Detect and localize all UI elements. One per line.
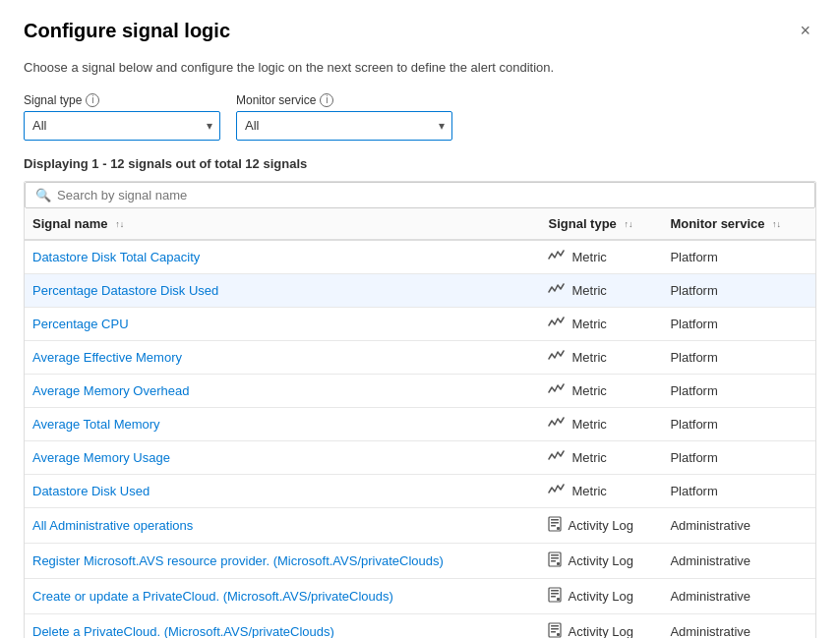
signal-name-cell: Percentage CPU — [25, 307, 540, 340]
monitor-service-cell: Administrative — [662, 578, 815, 613]
signal-name-link[interactable]: Average Total Memory — [32, 417, 160, 432]
monitor-service-label: Monitor service i — [236, 93, 452, 107]
activity-log-icon — [548, 516, 562, 535]
signal-type-text: Metric — [571, 383, 606, 398]
monitor-service-filter: Monitor service i All Platform Administr… — [236, 93, 452, 141]
svg-rect-17 — [551, 628, 559, 630]
signal-name-cell: Average Memory Usage — [25, 440, 540, 474]
table-row: Datastore Disk Total CapacityMetricPlatf… — [25, 240, 815, 274]
signal-name-link[interactable]: All Administrative operations — [32, 518, 193, 533]
signal-type-text: Metric — [571, 484, 606, 498]
svg-rect-8 — [551, 560, 556, 562]
signal-type-text: Metric — [571, 317, 606, 331]
signal-name-link[interactable]: Create or update a PrivateCloud. (Micros… — [32, 589, 393, 604]
svg-rect-19 — [557, 633, 560, 636]
signal-name-link[interactable]: Average Memory Usage — [32, 450, 170, 465]
signal-table-container: 🔍 Signal name ↑↓ Signal type ↑↓ Monitor … — [24, 181, 816, 639]
svg-rect-12 — [551, 593, 559, 595]
table-row: Average Total MemoryMetricPlatform — [25, 407, 815, 440]
svg-rect-2 — [551, 522, 559, 524]
signal-type-label: Signal type i — [24, 93, 220, 107]
table-body: Datastore Disk Total CapacityMetricPlatf… — [25, 240, 815, 639]
signal-type-cell: Metric — [540, 407, 662, 440]
signal-type-cell: Activity Log — [540, 507, 662, 543]
metric-icon — [548, 416, 566, 433]
table-row: Create or update a PrivateCloud. (Micros… — [25, 578, 815, 613]
signal-type-cell: Metric — [540, 307, 662, 340]
signal-type-text: Activity Log — [568, 589, 632, 604]
monitor-service-sort-icon[interactable]: ↑↓ — [772, 219, 781, 229]
monitor-service-info-icon[interactable]: i — [320, 93, 333, 107]
count-text: Displaying 1 - 12 signals out of total 1… — [24, 156, 816, 171]
signal-name-cell: Register Microsoft.AVS resource provider… — [25, 543, 540, 578]
table-header-row: Signal name ↑↓ Signal type ↑↓ Monitor se… — [25, 208, 815, 240]
svg-rect-1 — [551, 519, 559, 521]
signal-type-cell: Metric — [540, 240, 662, 274]
signal-type-sort-icon[interactable]: ↑↓ — [624, 219, 632, 229]
signal-name-cell: Average Effective Memory — [25, 340, 540, 374]
signal-name-link[interactable]: Register Microsoft.AVS resource provider… — [32, 553, 444, 568]
signal-type-text: Metric — [571, 283, 606, 298]
signal-name-sort-icon[interactable]: ↑↓ — [115, 219, 124, 229]
table-row: Datastore Disk UsedMetricPlatform — [25, 474, 815, 507]
svg-rect-4 — [557, 527, 560, 530]
col-signal-type: Signal type ↑↓ — [540, 208, 662, 240]
signal-type-text: Metric — [571, 450, 606, 465]
svg-rect-14 — [557, 598, 560, 601]
signal-name-cell: Delete a PrivateCloud. (Microsoft.AVS/pr… — [25, 613, 540, 638]
monitor-service-select-wrapper: All Platform Administrative ▾ — [236, 111, 452, 141]
metric-icon — [548, 483, 566, 499]
search-input[interactable] — [57, 188, 805, 203]
signal-type-info-icon[interactable]: i — [86, 93, 99, 107]
signal-name-link[interactable]: Datastore Disk Used — [32, 484, 150, 498]
svg-rect-16 — [551, 625, 559, 627]
metric-icon — [548, 282, 566, 299]
monitor-service-select[interactable]: All Platform Administrative — [236, 111, 452, 141]
search-icon: 🔍 — [35, 188, 51, 203]
signal-name-link[interactable]: Average Effective Memory — [32, 350, 182, 365]
metric-icon — [548, 249, 566, 265]
signal-type-select[interactable]: All Metric Activity Log — [24, 111, 220, 141]
signal-name-cell: Datastore Disk Used — [25, 474, 540, 507]
svg-rect-9 — [557, 562, 560, 565]
signal-type-text: Activity Log — [568, 624, 632, 639]
monitor-service-cell: Administrative — [662, 507, 815, 543]
activity-log-icon — [548, 587, 562, 606]
signal-name-link[interactable]: Percentage CPU — [32, 317, 129, 331]
monitor-service-cell: Platform — [662, 374, 815, 407]
monitor-service-cell: Platform — [662, 407, 815, 440]
signal-name-link[interactable]: Datastore Disk Total Capacity — [32, 250, 200, 264]
signal-name-cell: Average Memory Overhead — [25, 374, 540, 407]
signal-name-link[interactable]: Percentage Datastore Disk Used — [32, 283, 218, 298]
monitor-service-cell: Administrative — [662, 543, 815, 578]
signal-type-cell: Metric — [540, 273, 662, 307]
signal-type-filter: Signal type i All Metric Activity Log ▾ — [24, 93, 220, 141]
search-box: 🔍 — [25, 182, 815, 208]
svg-rect-13 — [551, 596, 556, 598]
signal-name-cell: All Administrative operations — [25, 507, 540, 543]
table-row: Register Microsoft.AVS resource provider… — [25, 543, 815, 578]
monitor-service-cell: Platform — [662, 440, 815, 474]
signal-name-link[interactable]: Average Memory Overhead — [32, 383, 189, 398]
dialog-header: Configure signal logic × — [24, 20, 816, 42]
activity-log-icon — [548, 551, 562, 570]
signal-name-cell: Average Total Memory — [25, 407, 540, 440]
dialog-title: Configure signal logic — [24, 20, 230, 42]
table-row: All Administrative operationsActivity Lo… — [25, 507, 815, 543]
col-monitor-service: Monitor service ↑↓ — [662, 208, 815, 240]
table-row: Percentage Datastore Disk UsedMetricPlat… — [25, 273, 815, 307]
col-signal-name: Signal name ↑↓ — [25, 208, 540, 240]
metric-icon — [548, 382, 566, 399]
signal-type-text: Metric — [571, 250, 606, 264]
table-row: Delete a PrivateCloud. (Microsoft.AVS/pr… — [25, 613, 815, 638]
signal-type-cell: Metric — [540, 374, 662, 407]
close-button[interactable]: × — [794, 20, 816, 41]
monitor-service-cell: Platform — [662, 240, 815, 274]
monitor-service-cell: Administrative — [662, 613, 815, 638]
signal-type-cell: Metric — [540, 340, 662, 374]
activity-log-icon — [548, 622, 562, 639]
monitor-service-cell: Platform — [662, 273, 815, 307]
signal-name-link[interactable]: Delete a PrivateCloud. (Microsoft.AVS/pr… — [32, 624, 334, 639]
signal-type-cell: Activity Log — [540, 543, 662, 578]
signal-name-cell: Percentage Datastore Disk Used — [25, 273, 540, 307]
